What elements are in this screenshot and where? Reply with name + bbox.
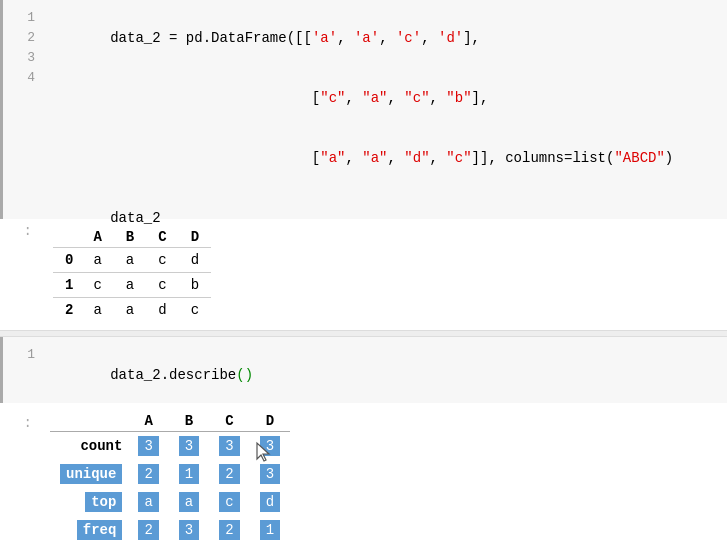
- describe-output-wrapper: A B C D count 3 3 3 3: [40, 411, 290, 544]
- cell-2-B: a: [114, 298, 146, 323]
- describe-freq-A: 2: [128, 516, 168, 544]
- cell-2-D: c: [179, 298, 211, 323]
- describe-freq-C: 2: [209, 516, 249, 544]
- describe-top-D: d: [250, 488, 290, 516]
- cell-2-code-content: data_2.describe(): [43, 341, 727, 399]
- describe-col-A: A: [128, 411, 168, 432]
- code-line-2: ["c", "a", "c", "b"],: [43, 68, 727, 128]
- cell-2-output-indicator: :: [0, 411, 40, 544]
- line-num-4: 4: [27, 68, 35, 88]
- cell-0-A: a: [81, 248, 113, 273]
- table-row: 0 a a c d: [53, 248, 211, 273]
- describe-label-top: top: [50, 488, 128, 516]
- cursor-icon: [255, 441, 273, 463]
- line-num-2: 2: [27, 28, 35, 48]
- describe-label-freq: freq: [50, 516, 128, 544]
- cell-0-C: c: [146, 248, 178, 273]
- describe-freq-B: 3: [169, 516, 209, 544]
- describe-corner: [50, 411, 128, 432]
- mouse-cursor-area: [255, 441, 273, 467]
- describe-unique-C: 2: [209, 460, 249, 488]
- cell-2-A: a: [81, 298, 113, 323]
- code-line-describe: data_2.describe(): [43, 345, 727, 405]
- describe-label-count: count: [50, 432, 128, 461]
- line-num-cell2-1: 1: [27, 345, 35, 365]
- describe-col-C: C: [209, 411, 249, 432]
- cell-1-gutter: 1 2 3 4: [3, 4, 43, 215]
- table-row: 2 a a d c: [53, 298, 211, 323]
- describe-col-D: D: [250, 411, 290, 432]
- describe-table: A B C D count 3 3 3 3: [50, 411, 290, 544]
- cell-1-code: 1 2 3 4 data_2 = pd.DataFrame([['a', 'a'…: [0, 0, 727, 219]
- describe-col-B: B: [169, 411, 209, 432]
- describe-row-top: top a a c d: [50, 488, 290, 516]
- cell-2-output-row: : A B C D count 3 3: [0, 403, 727, 552]
- row-idx-1: 1: [53, 273, 81, 298]
- describe-top-A: a: [128, 488, 168, 516]
- cell-1-A: c: [81, 273, 113, 298]
- df-corner: [53, 227, 81, 248]
- describe-top-B: a: [169, 488, 209, 516]
- code-line-1: data_2 = pd.DataFrame([['a', 'a', 'c', '…: [43, 8, 727, 68]
- cell-2-gutter: 1: [3, 341, 43, 399]
- describe-unique-B: 1: [169, 460, 209, 488]
- cell-1-output-row: : A B C D 0 a a c: [0, 219, 727, 330]
- cell-1-code-content: data_2 = pd.DataFrame([['a', 'a', 'c', '…: [43, 4, 727, 215]
- cell-0-D: d: [179, 248, 211, 273]
- cell-0-B: a: [114, 248, 146, 273]
- row-idx-0: 0: [53, 248, 81, 273]
- row-idx-2: 2: [53, 298, 81, 323]
- describe-label-unique: unique: [50, 460, 128, 488]
- dataframe-table-1: A B C D 0 a a c d 1: [53, 227, 211, 322]
- cell-1-output: A B C D 0 a a c d 1: [40, 219, 211, 330]
- notebook-container: 1 2 3 4 data_2 = pd.DataFrame([['a', 'a'…: [0, 0, 727, 552]
- describe-count-A: 3: [128, 432, 168, 461]
- cell-1-B: a: [114, 273, 146, 298]
- cell-2-code: 1 data_2.describe(): [0, 337, 727, 403]
- describe-top-C: c: [209, 488, 249, 516]
- code-line-3: ["a", "a", "d", "c"]], columns=list("ABC…: [43, 128, 727, 188]
- df-col-C: C: [146, 227, 178, 248]
- table-row: 1 c a c b: [53, 273, 211, 298]
- df-col-B: B: [114, 227, 146, 248]
- line-num-3: 3: [27, 48, 35, 68]
- describe-unique-A: 2: [128, 460, 168, 488]
- cell-1-output-indicator: :: [0, 219, 40, 239]
- describe-count-B: 3: [169, 432, 209, 461]
- describe-freq-D: 1: [250, 516, 290, 544]
- describe-row-freq: freq 2 3 2 1: [50, 516, 290, 544]
- df-col-D: D: [179, 227, 211, 248]
- df-col-A: A: [81, 227, 113, 248]
- line-num-1: 1: [27, 8, 35, 28]
- cell-1-C: c: [146, 273, 178, 298]
- cell-2-C: d: [146, 298, 178, 323]
- cell-1-D: b: [179, 273, 211, 298]
- cell-divider: [0, 330, 727, 337]
- describe-count-C: 3: [209, 432, 249, 461]
